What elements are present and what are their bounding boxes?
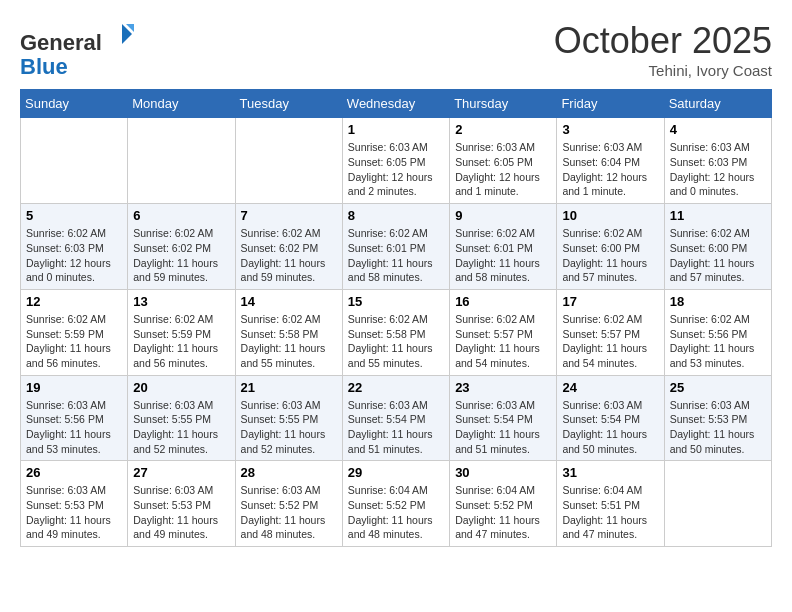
- calendar-cell: 25Sunrise: 6:03 AMSunset: 5:53 PMDayligh…: [664, 375, 771, 461]
- day-info: Sunrise: 6:02 AMSunset: 5:56 PMDaylight:…: [670, 312, 766, 371]
- weekday-header: Sunday: [21, 90, 128, 118]
- calendar-cell: 2Sunrise: 6:03 AMSunset: 6:05 PMDaylight…: [450, 118, 557, 204]
- day-info: Sunrise: 6:03 AMSunset: 5:53 PMDaylight:…: [670, 398, 766, 457]
- calendar-cell: 31Sunrise: 6:04 AMSunset: 5:51 PMDayligh…: [557, 461, 664, 547]
- day-number: 23: [455, 380, 551, 395]
- day-info: Sunrise: 6:03 AMSunset: 6:03 PMDaylight:…: [670, 140, 766, 199]
- calendar-cell: 14Sunrise: 6:02 AMSunset: 5:58 PMDayligh…: [235, 289, 342, 375]
- day-number: 9: [455, 208, 551, 223]
- day-number: 11: [670, 208, 766, 223]
- day-number: 20: [133, 380, 229, 395]
- day-info: Sunrise: 6:02 AMSunset: 6:02 PMDaylight:…: [133, 226, 229, 285]
- calendar-cell: 29Sunrise: 6:04 AMSunset: 5:52 PMDayligh…: [342, 461, 449, 547]
- day-info: Sunrise: 6:02 AMSunset: 6:01 PMDaylight:…: [348, 226, 444, 285]
- logo-general: General: [20, 30, 102, 55]
- calendar-table: SundayMondayTuesdayWednesdayThursdayFrid…: [20, 89, 772, 547]
- day-info: Sunrise: 6:03 AMSunset: 5:52 PMDaylight:…: [241, 483, 337, 542]
- calendar-week-row: 19Sunrise: 6:03 AMSunset: 5:56 PMDayligh…: [21, 375, 772, 461]
- calendar-week-row: 26Sunrise: 6:03 AMSunset: 5:53 PMDayligh…: [21, 461, 772, 547]
- calendar-cell: [664, 461, 771, 547]
- calendar-week-row: 12Sunrise: 6:02 AMSunset: 5:59 PMDayligh…: [21, 289, 772, 375]
- calendar-cell: 21Sunrise: 6:03 AMSunset: 5:55 PMDayligh…: [235, 375, 342, 461]
- calendar-cell: 5Sunrise: 6:02 AMSunset: 6:03 PMDaylight…: [21, 204, 128, 290]
- day-info: Sunrise: 6:02 AMSunset: 6:01 PMDaylight:…: [455, 226, 551, 285]
- day-number: 14: [241, 294, 337, 309]
- day-info: Sunrise: 6:02 AMSunset: 6:02 PMDaylight:…: [241, 226, 337, 285]
- day-number: 6: [133, 208, 229, 223]
- weekday-header: Tuesday: [235, 90, 342, 118]
- logo-blue: Blue: [20, 54, 68, 79]
- day-info: Sunrise: 6:03 AMSunset: 5:54 PMDaylight:…: [348, 398, 444, 457]
- day-number: 7: [241, 208, 337, 223]
- day-number: 19: [26, 380, 122, 395]
- calendar-cell: 30Sunrise: 6:04 AMSunset: 5:52 PMDayligh…: [450, 461, 557, 547]
- logo-icon: [104, 20, 134, 50]
- day-number: 2: [455, 122, 551, 137]
- calendar-cell: [21, 118, 128, 204]
- day-number: 13: [133, 294, 229, 309]
- page-header: General Blue October 2025 Tehini, Ivory …: [20, 20, 772, 79]
- day-number: 16: [455, 294, 551, 309]
- day-info: Sunrise: 6:03 AMSunset: 5:55 PMDaylight:…: [133, 398, 229, 457]
- calendar-cell: 12Sunrise: 6:02 AMSunset: 5:59 PMDayligh…: [21, 289, 128, 375]
- day-number: 29: [348, 465, 444, 480]
- day-info: Sunrise: 6:02 AMSunset: 6:03 PMDaylight:…: [26, 226, 122, 285]
- calendar-cell: 26Sunrise: 6:03 AMSunset: 5:53 PMDayligh…: [21, 461, 128, 547]
- calendar-cell: 24Sunrise: 6:03 AMSunset: 5:54 PMDayligh…: [557, 375, 664, 461]
- day-number: 4: [670, 122, 766, 137]
- day-number: 15: [348, 294, 444, 309]
- day-info: Sunrise: 6:02 AMSunset: 5:59 PMDaylight:…: [26, 312, 122, 371]
- calendar-cell: 6Sunrise: 6:02 AMSunset: 6:02 PMDaylight…: [128, 204, 235, 290]
- weekday-header: Friday: [557, 90, 664, 118]
- calendar-cell: 16Sunrise: 6:02 AMSunset: 5:57 PMDayligh…: [450, 289, 557, 375]
- calendar-cell: 7Sunrise: 6:02 AMSunset: 6:02 PMDaylight…: [235, 204, 342, 290]
- calendar-cell: 28Sunrise: 6:03 AMSunset: 5:52 PMDayligh…: [235, 461, 342, 547]
- day-info: Sunrise: 6:03 AMSunset: 5:54 PMDaylight:…: [562, 398, 658, 457]
- calendar-week-row: 5Sunrise: 6:02 AMSunset: 6:03 PMDaylight…: [21, 204, 772, 290]
- day-info: Sunrise: 6:02 AMSunset: 5:57 PMDaylight:…: [562, 312, 658, 371]
- calendar-cell: 27Sunrise: 6:03 AMSunset: 5:53 PMDayligh…: [128, 461, 235, 547]
- day-number: 18: [670, 294, 766, 309]
- day-info: Sunrise: 6:02 AMSunset: 5:59 PMDaylight:…: [133, 312, 229, 371]
- day-number: 26: [26, 465, 122, 480]
- weekday-header: Monday: [128, 90, 235, 118]
- calendar-cell: 20Sunrise: 6:03 AMSunset: 5:55 PMDayligh…: [128, 375, 235, 461]
- calendar-cell: [128, 118, 235, 204]
- calendar-cell: 19Sunrise: 6:03 AMSunset: 5:56 PMDayligh…: [21, 375, 128, 461]
- calendar-cell: 23Sunrise: 6:03 AMSunset: 5:54 PMDayligh…: [450, 375, 557, 461]
- calendar-cell: 3Sunrise: 6:03 AMSunset: 6:04 PMDaylight…: [557, 118, 664, 204]
- month-title: October 2025: [554, 20, 772, 62]
- day-info: Sunrise: 6:02 AMSunset: 5:58 PMDaylight:…: [241, 312, 337, 371]
- calendar-cell: 17Sunrise: 6:02 AMSunset: 5:57 PMDayligh…: [557, 289, 664, 375]
- day-info: Sunrise: 6:03 AMSunset: 5:55 PMDaylight:…: [241, 398, 337, 457]
- day-info: Sunrise: 6:03 AMSunset: 5:54 PMDaylight:…: [455, 398, 551, 457]
- day-number: 1: [348, 122, 444, 137]
- logo: General Blue: [20, 20, 134, 79]
- calendar-cell: 15Sunrise: 6:02 AMSunset: 5:58 PMDayligh…: [342, 289, 449, 375]
- day-info: Sunrise: 6:02 AMSunset: 5:57 PMDaylight:…: [455, 312, 551, 371]
- weekday-header: Wednesday: [342, 90, 449, 118]
- day-info: Sunrise: 6:03 AMSunset: 5:56 PMDaylight:…: [26, 398, 122, 457]
- day-info: Sunrise: 6:04 AMSunset: 5:51 PMDaylight:…: [562, 483, 658, 542]
- calendar-cell: 9Sunrise: 6:02 AMSunset: 6:01 PMDaylight…: [450, 204, 557, 290]
- day-number: 25: [670, 380, 766, 395]
- weekday-header-row: SundayMondayTuesdayWednesdayThursdayFrid…: [21, 90, 772, 118]
- day-info: Sunrise: 6:02 AMSunset: 6:00 PMDaylight:…: [562, 226, 658, 285]
- day-number: 8: [348, 208, 444, 223]
- day-number: 22: [348, 380, 444, 395]
- calendar-cell: 8Sunrise: 6:02 AMSunset: 6:01 PMDaylight…: [342, 204, 449, 290]
- day-info: Sunrise: 6:03 AMSunset: 6:05 PMDaylight:…: [348, 140, 444, 199]
- calendar-cell: 13Sunrise: 6:02 AMSunset: 5:59 PMDayligh…: [128, 289, 235, 375]
- day-number: 28: [241, 465, 337, 480]
- calendar-cell: 22Sunrise: 6:03 AMSunset: 5:54 PMDayligh…: [342, 375, 449, 461]
- calendar-week-row: 1Sunrise: 6:03 AMSunset: 6:05 PMDaylight…: [21, 118, 772, 204]
- weekday-header: Saturday: [664, 90, 771, 118]
- calendar-cell: [235, 118, 342, 204]
- day-number: 31: [562, 465, 658, 480]
- title-block: October 2025 Tehini, Ivory Coast: [554, 20, 772, 79]
- weekday-header: Thursday: [450, 90, 557, 118]
- day-info: Sunrise: 6:04 AMSunset: 5:52 PMDaylight:…: [455, 483, 551, 542]
- day-number: 27: [133, 465, 229, 480]
- day-info: Sunrise: 6:03 AMSunset: 5:53 PMDaylight:…: [26, 483, 122, 542]
- day-number: 17: [562, 294, 658, 309]
